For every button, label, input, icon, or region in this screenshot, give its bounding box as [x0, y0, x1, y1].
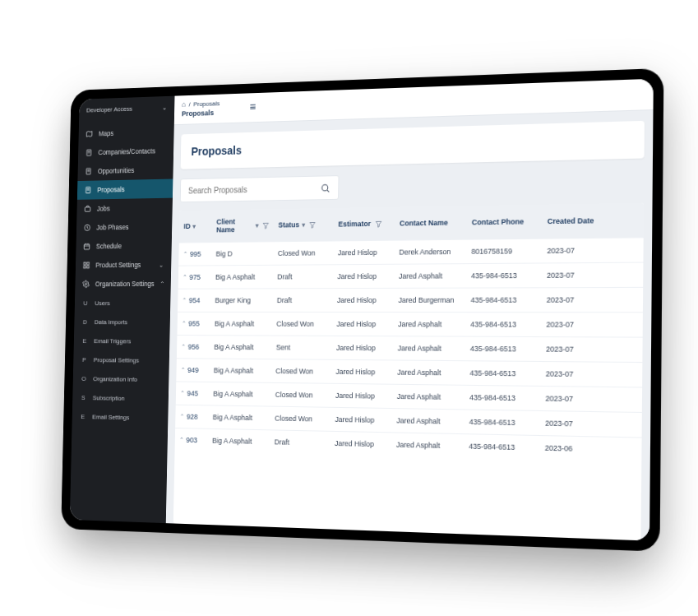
sort-icon: ▾: [301, 220, 304, 228]
letter-icon: O: [80, 374, 87, 382]
chevron-up-icon: ⌃: [179, 436, 184, 442]
topbar: ⌂ / Proposals Proposals ≡: [173, 78, 653, 124]
chevron-up-icon: ⌃: [159, 280, 164, 287]
filter-icon[interactable]: [308, 220, 316, 228]
table-row[interactable]: ⌃956Big A AsphaltSentJared HislopJared A…: [176, 335, 642, 362]
sidebar-subitem-subscription[interactable]: S Subscription: [72, 387, 169, 408]
sidebar-item-maps[interactable]: Maps: [78, 122, 173, 143]
filter-icon[interactable]: [374, 220, 381, 227]
row-id-link[interactable]: ⌃954: [182, 296, 200, 304]
row-id-link[interactable]: ⌃949: [180, 366, 198, 374]
breadcrumb-title: Proposals: [181, 109, 219, 118]
cell-contact: Derek Anderson: [399, 248, 451, 257]
chevron-up-icon: ⌃: [183, 274, 187, 280]
sidebar-item-jobs[interactable]: Jobs: [76, 197, 173, 218]
doc-icon: [85, 148, 92, 156]
cell-phone: 8016758159: [471, 247, 512, 256]
sidebar-workspace-selector[interactable]: Developer Access ⌄: [79, 99, 174, 118]
search-box[interactable]: [179, 175, 339, 202]
sidebar-subitem-email-triggers[interactable]: E Email Triggers: [73, 331, 169, 350]
cell-id: 955: [188, 319, 200, 327]
table-row[interactable]: ⌃954Burger KingDraftJared HislopJared Bu…: [178, 286, 643, 311]
page-title: Proposals: [191, 132, 632, 157]
cell-status: Sent: [275, 343, 289, 351]
column-header-client[interactable]: Client Name ▾: [211, 209, 274, 242]
table-row[interactable]: ⌃975Big A AsphaltDraftJared HislopJared …: [178, 262, 643, 288]
search-input[interactable]: [187, 183, 320, 194]
svg-rect-6: [86, 187, 90, 192]
sidebar-subitem-data-imports[interactable]: D Data Imports: [74, 312, 170, 331]
cell-phone: 435-984-6513: [470, 295, 516, 303]
cell-client: Big A Asphalt: [214, 343, 253, 351]
svg-marker-23: [309, 222, 314, 228]
home-icon[interactable]: ⌂: [182, 100, 186, 108]
cell-status: Draft: [276, 296, 291, 304]
cell-id: 949: [187, 366, 199, 374]
cell-contact: Jared Asphalt: [398, 271, 441, 280]
filter-icon[interactable]: [262, 221, 269, 229]
sidebar-item-companies[interactable]: Companies/Contacts: [77, 141, 173, 162]
menu-toggle-icon[interactable]: ≡: [249, 100, 256, 112]
column-header-contact[interactable]: Contact Name: [394, 206, 466, 240]
chevron-up-icon: ⌃: [179, 413, 184, 419]
cell-contact: Jared Burgerman: [398, 295, 454, 303]
row-id-link[interactable]: ⌃903: [179, 435, 197, 443]
cell-client: Burger King: [215, 296, 251, 304]
sidebar-item-schedule[interactable]: Schedule: [76, 235, 172, 255]
sidebar-subitem-proposal-settings[interactable]: P Proposal Settings: [73, 350, 169, 369]
row-id-link[interactable]: ⌃956: [181, 342, 199, 350]
sidebar-item-opportunities[interactable]: Opportunities: [77, 160, 173, 181]
column-header-date[interactable]: Created Date: [542, 203, 603, 238]
sidebar-item-organization-settings[interactable]: Organization Settings ⌃: [75, 274, 171, 294]
sidebar-item-label: Organization Settings: [95, 280, 154, 288]
grid-icon: [82, 261, 90, 269]
cell-contact: Jared Asphalt: [396, 416, 440, 425]
svg-rect-16: [86, 262, 89, 264]
sidebar-subitem-email-settings[interactable]: E Email Settings: [72, 406, 168, 427]
svg-rect-17: [83, 266, 86, 268]
chevron-up-icon: ⌃: [182, 320, 187, 327]
page-header-card: Proposals: [180, 120, 644, 169]
column-header-estimator[interactable]: Estimator: [333, 206, 395, 240]
cell-date: 2023-07: [545, 369, 573, 378]
cell-estimator: Jared Hislop: [335, 343, 375, 351]
sidebar-item-product-settings[interactable]: Product Settings ⌄: [75, 255, 171, 275]
cell-contact: Jared Asphalt: [397, 344, 441, 352]
row-id-link[interactable]: ⌃975: [183, 273, 201, 281]
table-row[interactable]: ⌃995Big DClosed WonJared HislopDerek And…: [178, 237, 643, 265]
sidebar-subitem-organization-info[interactable]: O Organization Info: [72, 368, 169, 389]
letter-icon: D: [81, 317, 89, 326]
row-id-link[interactable]: ⌃928: [179, 412, 197, 420]
calendar-icon: [83, 242, 90, 250]
sidebar-item-proposals[interactable]: Proposals: [76, 178, 173, 199]
cell-estimator: Jared Hislop: [337, 271, 377, 280]
cell-contact: Jared Asphalt: [398, 320, 441, 328]
table-row[interactable]: ⌃955Big A AsphaltClosed WonJared HislopJ…: [177, 311, 642, 336]
column-header-id[interactable]: ID ▾: [178, 210, 211, 242]
svg-rect-0: [86, 150, 90, 155]
row-id-link[interactable]: ⌃995: [183, 249, 201, 257]
breadcrumb-item[interactable]: Proposals: [193, 99, 220, 107]
cell-client: Big D: [215, 249, 232, 257]
svg-marker-22: [263, 222, 268, 228]
cell-id: 903: [186, 436, 197, 444]
row-id-link[interactable]: ⌃945: [180, 389, 198, 397]
sidebar-item-jobphases[interactable]: Job Phases: [76, 216, 172, 237]
doc-icon: [85, 167, 92, 175]
cell-client: Big A Asphalt: [213, 366, 252, 374]
sidebar-subitem-users[interactable]: U Users: [74, 293, 170, 312]
main-content: ⌂ / Proposals Proposals ≡ Proposals: [165, 78, 653, 540]
breadcrumb: ⌂ / Proposals Proposals: [181, 99, 220, 118]
cell-id: 956: [187, 342, 199, 350]
sidebar-item-label: Opportunities: [97, 166, 133, 175]
column-header-phone[interactable]: Contact Phone: [466, 204, 542, 239]
chevron-up-icon: ⌃: [183, 251, 187, 257]
sidebar-item-label: Users: [95, 299, 109, 306]
column-header-status[interactable]: Status ▾: [273, 207, 334, 240]
search-icon[interactable]: [320, 182, 330, 192]
search-wrap: [179, 168, 644, 201]
cell-status: Draft: [274, 438, 289, 446]
sidebar-item-label: Proposals: [97, 185, 124, 193]
cell-phone: 435-984-6513: [469, 393, 515, 402]
row-id-link[interactable]: ⌃955: [182, 319, 200, 327]
